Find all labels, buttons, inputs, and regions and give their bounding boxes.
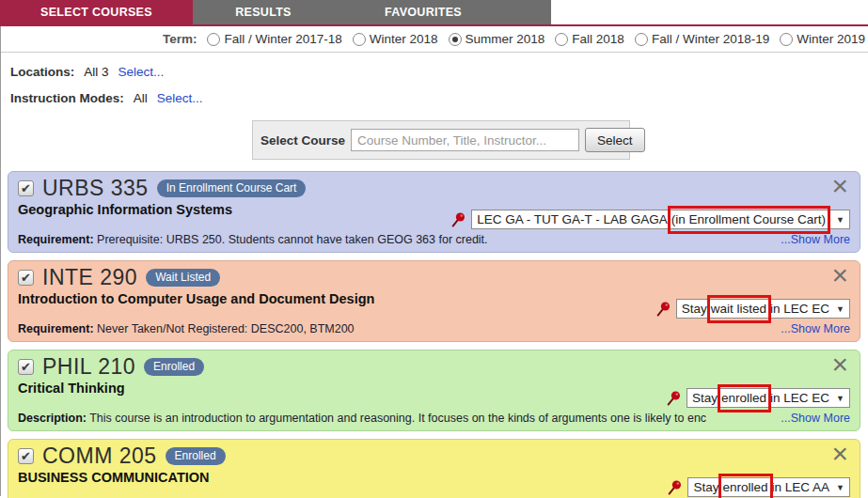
course-checkbox[interactable]: ✔ — [18, 359, 34, 375]
course-search-input[interactable] — [351, 129, 579, 151]
dropdown-text: in LEC AA — [772, 480, 830, 494]
course-registration-page: SELECT COURSES RESULTS FAVOURITES Term: … — [0, 0, 868, 496]
close-icon[interactable]: × — [829, 444, 850, 463]
annotation-box-highlight: enrolled — [721, 391, 766, 405]
instruction-modes-label: Instruction Modes: — [10, 91, 124, 105]
term-option-label: Summer 2018 — [466, 32, 545, 46]
card-header: ✔ COMM 205 Enrolled × — [18, 444, 850, 469]
course-title: BUSINESS COMMUNICATION — [18, 470, 210, 485]
enrollment-action-dropdown[interactable]: Stay wait listed in LEC EC ▼ — [676, 299, 850, 319]
caret-down-icon: ▼ — [836, 304, 844, 314]
card-header: ✔ INTE 290 Wait Listed × — [18, 265, 850, 290]
section-dropdown[interactable]: LEC GA - TUT GA-T - LAB GAGA (in Enrollm… — [471, 210, 850, 229]
term-option-label: Fall / Winter 2017-18 — [224, 32, 341, 46]
radio-icon[interactable] — [353, 33, 366, 46]
select-course-label: Select Course — [260, 133, 345, 148]
pushpin-icon — [451, 211, 466, 227]
section-select-area: Stay enrolled in LEC EC ▼ — [667, 388, 850, 408]
dropdown-text: Stay — [693, 480, 718, 494]
description-text: Description: This course is an introduct… — [18, 412, 773, 425]
instruction-modes-value: All — [134, 91, 148, 105]
tab-group-inactive: RESULTS FAVOURITES — [193, 0, 551, 24]
term-label: Term: — [163, 32, 197, 46]
locations-label: Locations: — [10, 65, 74, 79]
course-card-inte-290: ✔ INTE 290 Wait Listed × Introduction to… — [8, 260, 860, 342]
term-option-label: Winter 2019 — [797, 32, 865, 46]
card-middle-row: BUSINESS COMMUNICATION Stay enrolled — [18, 469, 850, 497]
instruction-modes-select-link[interactable]: Select... — [157, 91, 203, 105]
tab-results[interactable]: RESULTS — [193, 0, 334, 24]
close-icon[interactable]: × — [829, 355, 850, 374]
course-card-urbs-335: ✔ URBS 335 In Enrollment Course Cart × G… — [8, 171, 860, 253]
course-search-select-button[interactable]: Select — [585, 128, 645, 152]
locations-value: All 3 — [84, 65, 108, 79]
status-badge: Wait Listed — [146, 269, 220, 287]
card-info-row: Requirement: Never Taken/Not Registered:… — [18, 322, 850, 335]
pushpin-icon — [656, 301, 671, 317]
info-value: Prerequisite: URBS 250. Students cannot … — [97, 233, 488, 246]
course-code: URBS 335 — [42, 176, 149, 201]
card-middle-row: Introduction to Computer Usage and Docum… — [18, 290, 850, 319]
pushpin-icon — [667, 390, 681, 406]
term-option-fall-2018[interactable]: Fall 2018 — [555, 32, 624, 46]
instruction-modes-row: Instruction Modes: All Select... — [10, 91, 868, 105]
course-card-comm-205: ✔ COMM 205 Enrolled × BUSINESS COMMUNICA… — [8, 439, 860, 498]
radio-icon[interactable] — [635, 33, 648, 46]
dropdown-text: in LEC EC — [770, 302, 829, 316]
close-icon[interactable]: × — [829, 266, 850, 285]
requirement-text: Requirement: Prerequisite: URBS 250. Stu… — [18, 233, 773, 246]
card-middle-row: Geographic Information Systems LEC GA - … — [18, 201, 850, 229]
card-info-row: Description: This course is an introduct… — [18, 412, 850, 425]
course-checkbox[interactable]: ✔ — [18, 270, 34, 286]
term-option-fall-winter-2018-19[interactable]: Fall / Winter 2018-19 — [635, 32, 769, 46]
caret-down-icon: ▼ — [836, 483, 844, 492]
term-filter-row: Term: Fall / Winter 2017-18 Winter 2018 … — [1, 26, 868, 53]
term-option-winter-2019[interactable]: Winter 2019 — [780, 32, 865, 46]
status-badge: Enrolled — [166, 447, 226, 465]
course-title: Introduction to Computer Usage and Docum… — [18, 291, 374, 306]
term-option-label: Fall 2018 — [572, 32, 624, 46]
info-label: Requirement: — [18, 322, 94, 335]
info-label: Description: — [18, 412, 87, 425]
status-badge: Enrolled — [144, 358, 204, 376]
tab-favourites[interactable]: FAVOURITES — [334, 0, 513, 24]
caret-down-icon: ▼ — [836, 215, 844, 225]
pushpin-icon — [668, 479, 682, 495]
course-checkbox[interactable]: ✔ — [18, 448, 34, 464]
dropdown-text: in LEC EC — [770, 391, 829, 405]
term-option-summer-2018[interactable]: Summer 2018 — [449, 32, 545, 46]
course-card-list: ✔ URBS 335 In Enrollment Course Cart × G… — [8, 171, 860, 498]
radio-icon[interactable] — [780, 33, 793, 46]
tab-bar: SELECT COURSES RESULTS FAVOURITES — [0, 0, 868, 26]
card-header: ✔ PHIL 210 Enrolled × — [18, 354, 850, 380]
tab-select-courses[interactable]: SELECT COURSES — [0, 0, 193, 24]
dropdown-text: Stay — [682, 302, 707, 316]
page-content: Term: Fall / Winter 2017-18 Winter 2018 … — [0, 26, 868, 496]
card-middle-row: Critical Thinking Stay enrolled — [18, 380, 850, 408]
section-select-area: Stay enrolled in LEC AA ▼ — [668, 477, 850, 497]
dropdown-text: Stay — [692, 391, 718, 405]
enrollment-action-dropdown[interactable]: Stay enrolled in LEC AA ▼ — [687, 477, 850, 497]
section-select-area: Stay wait listed in LEC EC ▼ — [656, 299, 850, 319]
radio-icon[interactable] — [207, 33, 220, 46]
annotation-box-highlight: (in Enrollment Course Cart) — [671, 212, 826, 226]
term-option-winter-2018[interactable]: Winter 2018 — [353, 32, 438, 46]
show-more-link[interactable]: ...Show More — [781, 412, 850, 425]
locations-row: Locations: All 3 Select... — [10, 65, 868, 79]
radio-icon[interactable] — [555, 33, 568, 46]
close-icon[interactable]: × — [829, 177, 850, 195]
term-option-fall-winter-2017-18[interactable]: Fall / Winter 2017-18 — [207, 32, 341, 46]
enrollment-action-dropdown[interactable]: Stay enrolled in LEC EC ▼ — [687, 388, 850, 408]
show-more-link[interactable]: ...Show More — [781, 233, 850, 246]
show-more-link[interactable]: ...Show More — [781, 322, 850, 335]
dropdown-text: LEC GA - TUT GA-T - LAB GAGA — [477, 212, 668, 226]
course-search-panel: Select Course Select — [252, 120, 630, 160]
course-card-phil-210: ✔ PHIL 210 Enrolled × Critical Thinking — [8, 350, 860, 431]
term-option-label: Fall / Winter 2018-19 — [652, 32, 769, 46]
course-checkbox[interactable]: ✔ — [18, 180, 34, 196]
course-title: Geographic Information Systems — [18, 202, 232, 217]
section-select-area: LEC GA - TUT GA-T - LAB GAGA (in Enrollm… — [451, 210, 850, 229]
locations-select-link[interactable]: Select... — [118, 65, 165, 79]
course-code: COMM 205 — [42, 444, 157, 469]
radio-icon[interactable] — [449, 33, 462, 46]
